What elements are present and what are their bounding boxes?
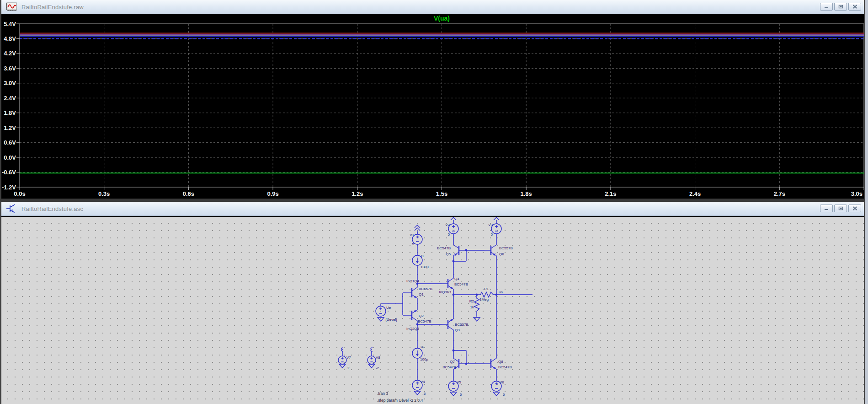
x-tick-label: 2.4s — [689, 190, 701, 197]
x-tick-label: 1.2s — [351, 190, 363, 197]
restore-icon — [838, 206, 843, 210]
y-tick-label: 1.8V — [4, 109, 16, 116]
component-i4[interactable]: I4 100µ — [412, 345, 428, 361]
component-v6[interactable]: V6 -5 — [491, 380, 505, 397]
component-ue[interactable]: Ue {Uevel} — [376, 306, 397, 322]
resistor-icon — [479, 292, 494, 297]
component-q3[interactable]: BC557B Q3 — [442, 315, 469, 334]
component-q6[interactable]: BC557B Q6 — [485, 241, 513, 259]
component-v3[interactable]: V3 5 — [488, 217, 501, 237]
restore-button[interactable] — [834, 3, 847, 11]
component-v8[interactable]: V8 -2 — [367, 348, 380, 370]
component-q2[interactable]: Q2 BC547B — [405, 306, 431, 324]
svg-text:Q2: Q2 — [419, 314, 424, 318]
power-flag-icon — [451, 217, 456, 224]
schematic-window-title: RailtoRailEndstufe.asc — [21, 205, 83, 212]
y-tick-label: -0.6V — [2, 169, 16, 176]
component-q7[interactable]: Q7 BC547B — [442, 355, 465, 373]
voltage-source-icon — [367, 356, 376, 364]
voltage-source-icon — [376, 306, 386, 316]
svg-text:BC557B: BC557B — [419, 287, 432, 291]
ground-icon — [474, 318, 480, 321]
net-flag-icon — [371, 348, 373, 351]
minimize-button[interactable] — [820, 205, 833, 212]
waveform-plot-area[interactable]: 5.4V4.8V4.2V3.6V3.0V2.4V1.8V1.2V0.6V0.0V… — [1, 14, 864, 199]
ground-icon — [339, 364, 346, 368]
component-v7[interactable]: V7 2 — [338, 348, 351, 370]
schematic-titlebar[interactable]: RailtoRailEndstufe.asc — [1, 202, 864, 216]
svg-text:BC557B: BC557B — [499, 246, 513, 250]
close-icon — [852, 5, 857, 9]
y-tick-label: 2.4V — [4, 95, 16, 102]
svg-text:BC547B: BC547B — [498, 365, 512, 369]
mdi-edge-strip — [865, 0, 868, 404]
y-tick-label: -1.2V — [2, 184, 16, 191]
voltage-source-icon — [448, 224, 458, 234]
y-tick-label: 1.2V — [4, 124, 16, 131]
component-v5[interactable]: V5 -5 — [448, 380, 462, 397]
minimize-button[interactable] — [820, 3, 833, 11]
current-source-icon — [412, 348, 422, 358]
net-label: InQ3R1 — [439, 290, 452, 294]
svg-text:BC547B: BC547B — [418, 319, 431, 323]
spice-directives[interactable]: .tran 3 .step param Uevel -2 2 0.4 — [377, 391, 423, 403]
component-v4[interactable]: V4 -5 — [412, 380, 426, 396]
svg-text:2: 2 — [347, 366, 350, 370]
svg-text:BC547B: BC547B — [442, 365, 456, 369]
ground-icon — [450, 392, 457, 396]
svg-text:V2: V2 — [445, 223, 450, 227]
svg-text:V8: V8 — [376, 356, 380, 360]
schematic-canvas[interactable]: V1 5 I1 100µ V2 5 V3 5 BC — [1, 217, 864, 404]
component-q8[interactable]: Q8 BC547B — [485, 355, 512, 373]
y-tick-label: 3.0V — [4, 80, 16, 86]
svg-text:V4: V4 — [421, 380, 425, 384]
y-tick-label: 5.4V — [4, 21, 16, 27]
minimize-icon — [824, 5, 829, 9]
svg-text:5: 5 — [412, 242, 415, 246]
waveform-titlebar[interactable]: RailtoRailEndstufe.raw — [1, 0, 864, 14]
plot-title[interactable]: V(ua) — [434, 15, 450, 22]
resistor-icon — [474, 297, 479, 312]
restore-icon — [838, 5, 843, 9]
svg-text:-5: -5 — [501, 393, 505, 397]
svg-text:5: 5 — [448, 232, 450, 237]
component-r2[interactable]: R2 1k — [469, 297, 480, 321]
voltage-source-icon — [491, 224, 501, 234]
ground-icon — [493, 392, 500, 396]
transistor-icon — [485, 355, 496, 373]
component-v1[interactable]: V1 5 — [410, 225, 422, 246]
waveform-file-icon — [5, 2, 17, 11]
close-icon — [852, 206, 857, 210]
svg-text:-5: -5 — [458, 393, 462, 397]
x-tick-label: 1.5s — [436, 190, 447, 197]
component-i1[interactable]: I1 100µ — [412, 254, 429, 269]
svg-text:V3: V3 — [488, 223, 493, 227]
close-button[interactable] — [848, 3, 861, 11]
component-q1[interactable]: BC557B Q1 — [405, 284, 432, 302]
component-r1[interactable]: R1 1Meg — [479, 287, 494, 302]
transistor-icon — [453, 355, 465, 373]
svg-text:BC557B: BC557B — [455, 323, 469, 327]
svg-text:V1: V1 — [410, 233, 414, 237]
component-q5[interactable]: BC547B Q5 — [437, 241, 465, 259]
net-flag-icon — [341, 348, 343, 351]
y-tick-label: 0.0V — [4, 154, 16, 161]
close-button[interactable] — [848, 205, 861, 212]
svg-text:1Meg: 1Meg — [479, 297, 489, 302]
svg-text:Q5: Q5 — [446, 252, 451, 256]
svg-text:100µ: 100µ — [421, 265, 429, 269]
x-tick-label: 0.3s — [98, 190, 110, 197]
waveform-window: RailtoRailEndstufe.raw 5.4V4.8V4.2V3.6V3… — [0, 0, 865, 200]
x-tick-label: 3.0s — [851, 190, 863, 197]
schematic-file-icon — [5, 204, 17, 213]
svg-text:V5: V5 — [457, 380, 461, 384]
svg-text:1k: 1k — [470, 305, 474, 309]
svg-text:Q1: Q1 — [419, 292, 424, 296]
ground-icon — [368, 364, 375, 368]
component-v2[interactable]: V2 5 — [445, 217, 458, 237]
restore-button[interactable] — [834, 205, 847, 212]
svg-text:V6: V6 — [500, 380, 504, 384]
svg-text:-5: -5 — [422, 392, 426, 396]
schematic-window: RailtoRailEndstufe.asc — [0, 200, 865, 404]
x-tick-label: 1.8s — [521, 190, 532, 197]
